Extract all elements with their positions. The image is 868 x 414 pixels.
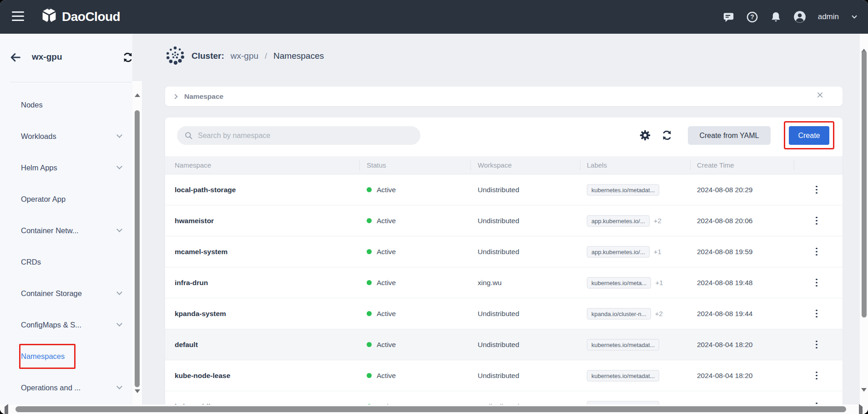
sidebar-item-operator-app[interactable]: Operator App <box>0 183 132 215</box>
messages-icon[interactable] <box>722 10 735 23</box>
labels-cell: kubernetes.io/metadat... <box>587 184 659 195</box>
row-actions-kebab-icon[interactable] <box>808 213 825 229</box>
namespace-name[interactable]: hwameistor <box>175 217 214 225</box>
hamburger-menu-icon[interactable] <box>12 11 25 22</box>
create-button[interactable]: Create <box>789 126 829 145</box>
status-label: Active <box>377 217 396 225</box>
page-horizontal-scrollbar-thumb[interactable] <box>15 406 846 412</box>
gear-icon[interactable] <box>639 129 651 141</box>
header-divider <box>470 160 471 170</box>
extra-labels-count: +1 <box>654 247 661 255</box>
header-divider <box>794 160 794 170</box>
svg-text:?: ? <box>750 13 754 20</box>
sidebar-item-label: Helm Apps <box>21 163 57 172</box>
namespace-name[interactable]: mcamel-system <box>175 248 227 256</box>
labels-cell: app.kubernetes.io/...+1 <box>587 246 661 257</box>
breadcrumb-current-page: Namespaces <box>273 51 324 61</box>
search-icon <box>184 131 193 140</box>
user-avatar-icon[interactable] <box>793 10 806 23</box>
sidebar-item-nodes[interactable]: Nodes <box>0 89 132 120</box>
sidebar-scroll-down-arrow[interactable] <box>135 393 140 401</box>
column-header-labels: Labels <box>587 156 607 174</box>
workspace-cell: Undistributed <box>478 186 519 194</box>
label-chip: kubernetes.io/metadat... <box>587 370 659 381</box>
row-actions-kebab-icon[interactable] <box>808 182 825 198</box>
status-dot <box>367 249 372 254</box>
row-actions-kebab-icon[interactable] <box>808 399 825 405</box>
search-input[interactable] <box>198 132 420 140</box>
status-cell: Active <box>367 186 396 194</box>
table-body: local-path-storageActiveUndistributedkub… <box>165 174 843 404</box>
cluster-dots-icon <box>165 45 185 67</box>
chevron-down-icon[interactable] <box>850 10 859 23</box>
column-header-status: Status <box>367 156 386 174</box>
status-label: Active <box>377 248 396 256</box>
column-header-create-time: Create Time <box>697 156 734 174</box>
table-row: defaultActiveUndistributedkubernetes.io/… <box>165 329 843 360</box>
status-label: Active <box>377 279 396 287</box>
extra-labels-count: +2 <box>654 216 661 224</box>
sidebar-cluster-name: wx-gpu <box>32 52 62 62</box>
namespaces-panel: Create from YAML Create NamespaceStatusW… <box>165 118 843 404</box>
status-dot <box>367 342 372 347</box>
chevron-down-icon <box>116 321 122 327</box>
sidebar-scrollbar-thumb[interactable] <box>135 110 140 387</box>
username-label: admin <box>818 12 839 21</box>
sidebar-item-helm-apps[interactable]: Helm Apps <box>0 152 132 183</box>
sidebar-item-configmaps-s[interactable]: ConfigMaps & S... <box>0 309 132 340</box>
breadcrumb-cluster-name[interactable]: wx-gpu <box>231 51 258 61</box>
labels-cell: kubernetes.io/metadat... <box>587 370 659 381</box>
row-actions-kebab-icon[interactable] <box>808 244 825 260</box>
chevron-right-icon[interactable] <box>172 94 177 99</box>
notifications-icon[interactable] <box>770 10 782 23</box>
sidebar-item-label: Workloads <box>21 132 56 140</box>
labels-cell: kubernetes.io/metadat... <box>587 401 659 404</box>
sidebar-scroll-up-arrow[interactable] <box>135 86 140 94</box>
namespace-name[interactable]: infra-drun <box>175 279 208 287</box>
namespace-name[interactable]: default <box>175 341 198 349</box>
label-chip: kubernetes.io/meta... <box>587 277 651 288</box>
row-actions-kebab-icon[interactable] <box>808 275 825 291</box>
row-actions-kebab-icon[interactable] <box>808 306 825 322</box>
row-actions-kebab-icon[interactable] <box>808 368 825 384</box>
sidebar-item-container-storage[interactable]: Container Storage <box>0 277 132 309</box>
workspace-cell: Undistributed <box>478 310 519 318</box>
back-arrow-icon[interactable] <box>9 51 22 64</box>
sidebar-item-workloads[interactable]: Workloads <box>0 120 132 152</box>
sidebar-item-namespaces[interactable]: Namespaces <box>0 340 132 372</box>
page-scroll-left-arrow[interactable] <box>5 407 8 414</box>
sidebar-item-label: Nodes <box>21 100 43 109</box>
row-actions-kebab-icon[interactable] <box>808 337 825 353</box>
breadcrumb-separator: / <box>265 51 267 61</box>
chevron-down-icon <box>116 164 122 169</box>
status-cell: Active <box>367 310 396 318</box>
page-scroll-up-arrow[interactable] <box>861 41 867 49</box>
refresh-icon[interactable] <box>661 129 673 141</box>
header-divider <box>690 160 691 170</box>
status-dot <box>367 373 372 378</box>
create-from-yaml-button[interactable]: Create from YAML <box>688 126 771 145</box>
page-scroll-right-arrow[interactable] <box>859 407 863 414</box>
workspace-cell: Undistributed <box>478 372 519 380</box>
switch-cluster-icon[interactable] <box>122 51 135 64</box>
namespace-name[interactable]: local-path-storage <box>175 186 236 194</box>
search-box <box>177 126 420 145</box>
status-label: Active <box>377 341 396 349</box>
label-chip: kubernetes.io/metadat... <box>587 184 659 195</box>
sidebar-item-crds[interactable]: CRDs <box>0 246 132 277</box>
sidebar-item-container-netw[interactable]: Container Netw... <box>0 215 132 246</box>
namespace-name[interactable]: kube-node-lease <box>175 372 230 380</box>
page-vertical-scrollbar-thumb[interactable] <box>862 51 867 317</box>
create-time-cell: 2024-08-08 19:44 <box>697 310 752 318</box>
close-icon[interactable] <box>815 92 824 101</box>
top-bar: DaoCloud ? admin <box>0 0 868 34</box>
help-icon[interactable]: ? <box>746 10 759 23</box>
sidebar-scrollbar <box>132 81 142 404</box>
page-scroll-down-arrow[interactable] <box>861 392 867 400</box>
extra-labels-count: +1 <box>655 278 663 286</box>
namespace-name[interactable]: kpanda-system <box>175 310 226 318</box>
sidebar-item-operations-and[interactable]: Operations and ... <box>0 372 132 403</box>
brand-logo[interactable]: DaoCloud <box>41 6 120 27</box>
status-dot <box>367 218 372 223</box>
page-vertical-scrollbar <box>860 34 868 404</box>
